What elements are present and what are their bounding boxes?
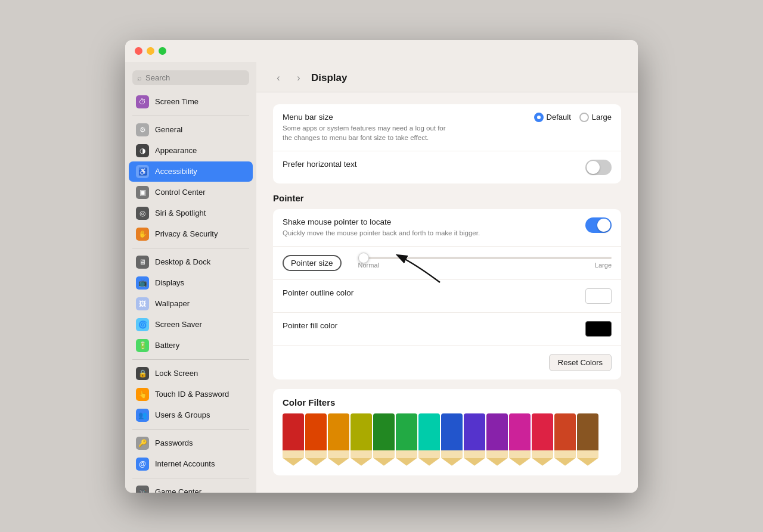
- pointer-fill-swatch[interactable]: [585, 321, 612, 337]
- system-settings-window: ⌕ ⏱Screen Time⚙General◑Appearance♿Access…: [125, 40, 638, 493]
- sidebar-item-accessibility[interactable]: ♿Accessibility: [129, 161, 253, 182]
- color-filters-section: Color Filters: [273, 389, 621, 475]
- traffic-lights: [135, 47, 166, 55]
- users-groups-icon: 👥: [136, 409, 149, 422]
- sidebar-item-privacy-security[interactable]: ✋Privacy & Security: [129, 224, 253, 244]
- sidebar-item-passwords[interactable]: 🔑Passwords: [129, 433, 253, 453]
- maximize-button[interactable]: [159, 47, 166, 55]
- sidebar-divider: [132, 248, 249, 248]
- sidebar-divider: [132, 429, 249, 430]
- lock-screen-label: Lock Screen: [155, 369, 198, 378]
- displays-label: Displays: [155, 278, 184, 287]
- pointer-outline-label: Pointer outline color: [283, 288, 578, 297]
- search-input[interactable]: [145, 73, 244, 82]
- pointer-outline-swatch[interactable]: [585, 288, 612, 304]
- sidebar-item-appearance[interactable]: ◑Appearance: [129, 141, 253, 161]
- touch-id-icon: 👆: [136, 388, 149, 401]
- pencil-3: [351, 413, 372, 466]
- radio-large-label: Large: [592, 113, 612, 122]
- pointer-outline-row: Pointer outline color: [273, 280, 621, 313]
- pointer-size-row: Pointer size Normal Large: [273, 247, 621, 280]
- sidebar-item-touch-id[interactable]: 👆Touch ID & Password: [129, 384, 253, 405]
- close-button[interactable]: [135, 47, 142, 55]
- menu-bar-row: Menu bar size Some apps or system featur…: [273, 104, 621, 151]
- sidebar-item-displays[interactable]: 📺Displays: [129, 273, 253, 293]
- lock-screen-icon: 🔒: [136, 367, 149, 380]
- sidebar-item-control-center[interactable]: ▣Control Center: [129, 182, 253, 203]
- wallpaper-icon: 🖼: [136, 297, 149, 310]
- accessibility-icon: ♿: [136, 165, 149, 178]
- game-center-label: Game Center: [155, 487, 201, 493]
- reset-colors-row: Reset Colors: [273, 346, 621, 379]
- desktop-dock-icon: 🖥: [136, 256, 149, 269]
- sidebar-item-screen-time[interactable]: ⏱Screen Time: [129, 92, 253, 112]
- slider-labels: Normal Large: [358, 262, 612, 269]
- slider-label-row: Pointer size Normal Large: [283, 255, 612, 271]
- pencil-9: [486, 413, 508, 466]
- sidebar-item-lock-screen[interactable]: 🔒Lock Screen: [129, 363, 253, 384]
- shake-mouse-toggle-knob: [597, 219, 610, 232]
- general-icon: ⚙: [136, 123, 149, 136]
- pointer-fill-controls: [585, 321, 612, 337]
- slider-track[interactable]: [358, 257, 612, 259]
- page-title: Display: [311, 72, 347, 84]
- pointer-outline-label-group: Pointer outline color: [283, 288, 578, 297]
- wallpaper-label: Wallpaper: [155, 299, 190, 308]
- main-header: ‹ › Display: [256, 62, 638, 92]
- pencil-1: [305, 413, 327, 466]
- sidebar-item-users-groups[interactable]: 👥Users & Groups: [129, 405, 253, 425]
- pencils-container: [273, 413, 621, 475]
- privacy-security-icon: ✋: [136, 228, 149, 241]
- screen-saver-icon: 🌀: [136, 318, 149, 331]
- sidebar-item-general[interactable]: ⚙General: [129, 120, 253, 140]
- menu-bar-radio-group: Default Large: [534, 113, 612, 122]
- passwords-label: Passwords: [155, 438, 193, 447]
- sidebar-divider: [132, 478, 249, 478]
- pencil-7: [441, 413, 463, 466]
- prefer-horizontal-row: Prefer horizontal text: [273, 151, 621, 183]
- sidebar-item-game-center[interactable]: 🎮Game Center: [129, 482, 253, 493]
- prefer-horizontal-toggle[interactable]: [585, 160, 612, 175]
- radio-default[interactable]: Default: [534, 113, 571, 122]
- siri-spotlight-label: Siri & Spotlight: [155, 209, 206, 217]
- desktop-dock-label: Desktop & Dock: [155, 257, 210, 266]
- pointer-fill-row: Pointer fill color: [273, 313, 621, 346]
- sidebar-item-battery[interactable]: 🔋Battery: [129, 335, 253, 356]
- sidebar-item-internet-accounts[interactable]: @Internet Accounts: [129, 454, 253, 474]
- search-box[interactable]: ⌕: [132, 70, 249, 85]
- slider-thumb[interactable]: [358, 253, 369, 263]
- passwords-icon: 🔑: [136, 437, 149, 450]
- menu-bar-controls: Default Large: [534, 113, 612, 122]
- appearance-icon: ◑: [136, 144, 149, 157]
- sidebar-item-desktop-dock[interactable]: 🖥Desktop & Dock: [129, 252, 253, 272]
- radio-default-label: Default: [547, 113, 571, 122]
- prefer-horizontal-label-group: Prefer horizontal text: [283, 160, 578, 169]
- shake-mouse-row: Shake mouse pointer to locate Quickly mo…: [273, 209, 621, 247]
- battery-icon: 🔋: [136, 339, 149, 352]
- forward-button[interactable]: ›: [291, 70, 306, 86]
- sidebar-divider: [132, 116, 249, 116]
- pointer-fill-label: Pointer fill color: [283, 321, 578, 330]
- minimize-button[interactable]: [147, 47, 154, 55]
- shake-mouse-toggle[interactable]: [585, 217, 612, 233]
- radio-default-circle: [534, 113, 544, 122]
- pencil-8: [464, 413, 485, 466]
- game-center-icon: 🎮: [136, 486, 149, 493]
- privacy-security-label: Privacy & Security: [155, 229, 218, 238]
- prefer-horizontal-label: Prefer horizontal text: [283, 160, 578, 169]
- pencil-2: [328, 413, 349, 466]
- siri-spotlight-icon: ◎: [136, 207, 149, 220]
- pencil-11: [532, 413, 553, 466]
- sidebar-divider: [132, 359, 249, 360]
- pointer-outline-controls: [585, 288, 612, 304]
- pencil-10: [509, 413, 531, 466]
- search-icon: ⌕: [137, 73, 142, 82]
- sidebar-item-screen-saver[interactable]: 🌀Screen Saver: [129, 315, 253, 335]
- back-button[interactable]: ‹: [271, 70, 286, 86]
- radio-large[interactable]: Large: [579, 113, 612, 122]
- radio-large-circle: [579, 113, 589, 122]
- sidebar-item-wallpaper[interactable]: 🖼Wallpaper: [129, 294, 253, 314]
- pencil-12: [554, 413, 576, 466]
- sidebar-item-siri-spotlight[interactable]: ◎Siri & Spotlight: [129, 203, 253, 223]
- reset-colors-button[interactable]: Reset Colors: [549, 354, 612, 371]
